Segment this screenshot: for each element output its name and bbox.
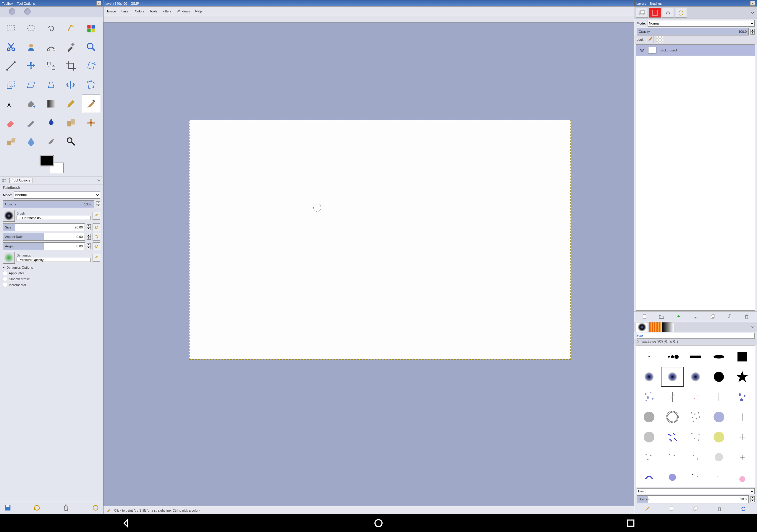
brush-item[interactable] bbox=[707, 447, 731, 467]
anchor-layer-button[interactable] bbox=[726, 313, 733, 320]
layer-list[interactable]: Background bbox=[636, 44, 755, 310]
brush-grid[interactable] bbox=[636, 345, 755, 487]
menu-filters[interactable]: Filters bbox=[163, 10, 171, 13]
menu-windows[interactable]: Windows bbox=[177, 10, 190, 13]
delete-brush-button[interactable] bbox=[716, 506, 722, 513]
layers-titlebar[interactable]: Layers – Brushes × bbox=[634, 0, 757, 7]
dynamics-options-expander[interactable]: ▸Dynamics Options bbox=[3, 265, 100, 269]
dynamics-thumb[interactable] bbox=[3, 252, 15, 264]
tool-measure[interactable] bbox=[2, 57, 20, 75]
close-icon[interactable]: × bbox=[96, 1, 101, 6]
brush-item[interactable] bbox=[684, 367, 707, 387]
canvas-area[interactable] bbox=[104, 22, 634, 506]
brush-item[interactable] bbox=[661, 407, 684, 427]
layer-opacity-spin[interactable]: ▲▼ bbox=[750, 29, 755, 35]
layer-name[interactable]: Background bbox=[659, 48, 677, 52]
brush-item[interactable] bbox=[661, 467, 684, 487]
tool-blend[interactable] bbox=[42, 95, 60, 113]
brush-item[interactable] bbox=[730, 427, 754, 447]
tool-pencil[interactable] bbox=[62, 95, 80, 113]
layer-mode-select[interactable]: Normal bbox=[648, 20, 755, 27]
brush-filter-input[interactable] bbox=[637, 333, 755, 339]
brush-item[interactable] bbox=[638, 407, 661, 427]
brush-item[interactable] bbox=[638, 387, 661, 407]
dynamics-edit-button[interactable] bbox=[93, 254, 100, 262]
duplicate-brush-button[interactable] bbox=[692, 506, 698, 513]
brush-item[interactable] bbox=[684, 467, 707, 487]
brush-item[interactable] bbox=[638, 347, 661, 367]
tool-cage[interactable] bbox=[82, 76, 100, 94]
brush-item[interactable] bbox=[684, 347, 707, 367]
tool-ellipse-select[interactable] bbox=[22, 19, 40, 37]
aspect-spin[interactable]: ▲▼ bbox=[87, 234, 91, 240]
eye-icon[interactable] bbox=[639, 47, 645, 53]
tool-smudge[interactable] bbox=[42, 133, 60, 151]
dynamics-field[interactable]: Pressure Opacity bbox=[16, 258, 91, 262]
nav-recent-icon[interactable] bbox=[625, 518, 636, 528]
menu-tools[interactable]: Tools bbox=[150, 10, 157, 13]
tool-move[interactable] bbox=[22, 57, 40, 75]
menu-image[interactable]: Image bbox=[107, 10, 116, 13]
nav-back-icon[interactable] bbox=[121, 518, 132, 528]
brush-item[interactable] bbox=[684, 427, 707, 447]
angle-reset-button[interactable] bbox=[93, 242, 100, 250]
image-titlebar[interactable]: layer) 640x400 – GIMP bbox=[104, 0, 634, 7]
tool-shear[interactable] bbox=[22, 76, 40, 94]
tool-crop[interactable] bbox=[62, 57, 80, 75]
lower-layer-button[interactable] bbox=[692, 313, 699, 320]
brush-item[interactable] bbox=[684, 407, 707, 427]
tab-paths-icon[interactable] bbox=[662, 8, 674, 18]
size-reset-button[interactable] bbox=[93, 223, 100, 231]
tool-paths[interactable] bbox=[42, 38, 60, 56]
brush-item[interactable] bbox=[684, 387, 707, 407]
tab-channels-icon[interactable] bbox=[649, 8, 661, 18]
tab-gradients-icon[interactable] bbox=[662, 322, 674, 332]
tab-layers-icon[interactable] bbox=[636, 8, 648, 18]
tool-scissors[interactable] bbox=[2, 38, 20, 56]
tool-zoom[interactable] bbox=[82, 38, 100, 56]
brush-item[interactable] bbox=[730, 367, 754, 387]
brush-item[interactable] bbox=[638, 467, 661, 487]
tool-perspective[interactable] bbox=[42, 76, 60, 94]
tool-ink[interactable] bbox=[42, 113, 60, 132]
brush-item[interactable] bbox=[707, 367, 731, 387]
menu-layer[interactable]: Layer bbox=[122, 10, 130, 13]
tool-clone[interactable] bbox=[62, 113, 80, 132]
smooth-stroke-check[interactable]: Smooth stroke bbox=[3, 277, 100, 281]
brush-item[interactable] bbox=[707, 347, 731, 367]
new-group-button[interactable] bbox=[658, 313, 665, 320]
edit-brush-button[interactable] bbox=[645, 506, 651, 513]
tab-menu-icon[interactable] bbox=[750, 10, 755, 15]
raise-layer-button[interactable] bbox=[675, 313, 682, 320]
opacity-spin[interactable]: ▲▼ bbox=[96, 201, 100, 207]
tool-paintbrush[interactable] bbox=[82, 95, 100, 113]
fg-color[interactable] bbox=[40, 156, 53, 166]
brush-item[interactable] bbox=[638, 367, 661, 387]
spacing-slider[interactable]: Spacing10.0 bbox=[637, 495, 749, 503]
aspect-slider[interactable]: Aspect Ratio0.00 bbox=[3, 233, 85, 241]
brush-item[interactable] bbox=[661, 447, 684, 467]
configure-tab-icon[interactable] bbox=[2, 178, 7, 183]
tool-fuzzy-select[interactable] bbox=[62, 19, 80, 37]
close-icon[interactable]: × bbox=[750, 1, 755, 6]
tab-brushes-icon[interactable] bbox=[636, 322, 648, 332]
mode-select[interactable]: Normal bbox=[14, 192, 100, 199]
apply-jitter-check[interactable]: Apply jitter bbox=[3, 271, 100, 275]
nav-home-icon[interactable] bbox=[373, 518, 384, 528]
brush-item[interactable] bbox=[730, 347, 754, 367]
tool-eraser[interactable] bbox=[2, 113, 20, 132]
brush-edit-button[interactable] bbox=[93, 212, 100, 220]
tab-menu-icon[interactable] bbox=[96, 178, 102, 183]
angle-slider[interactable]: Angle0.00 bbox=[3, 242, 85, 250]
ruler-horizontal[interactable] bbox=[104, 16, 634, 22]
brush-item[interactable] bbox=[730, 407, 754, 427]
brush-item[interactable] bbox=[661, 347, 684, 367]
tool-perspective-clone[interactable] bbox=[2, 133, 20, 151]
tab-undo-icon[interactable] bbox=[675, 8, 687, 18]
brush-item[interactable] bbox=[638, 447, 661, 467]
size-slider[interactable]: Size20.00 bbox=[3, 223, 85, 231]
tool-rect-select[interactable] bbox=[2, 19, 20, 37]
brush-item[interactable] bbox=[684, 447, 707, 467]
tool-scale[interactable] bbox=[2, 76, 20, 94]
brush-item[interactable] bbox=[730, 447, 754, 467]
